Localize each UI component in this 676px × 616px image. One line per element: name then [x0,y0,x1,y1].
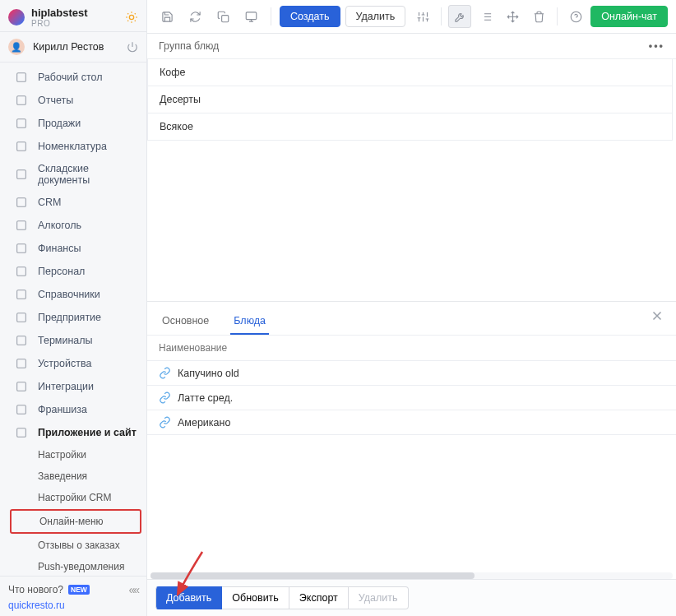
create-button[interactable]: Создать [280,6,340,27]
svg-point-0 [129,15,133,19]
move-icon[interactable] [501,5,524,28]
sidebar-footer: Что нового? NEW «« quickresto.ru [0,576,146,616]
detail-panel: Основное Блюда Наименование Капучино old… [147,301,676,616]
nav-item-3[interactable]: Номенклатура [0,135,146,158]
dish-list: Капучино oldЛатте сред.Американо [147,361,676,567]
whats-new-link[interactable]: Что нового? NEW «« [8,583,138,596]
horizontal-scrollbar[interactable] [150,572,673,579]
network-icon [15,403,28,416]
groups-header: Группа блюд ••• [147,34,676,59]
svg-rect-3 [17,119,26,128]
nav-item-10[interactable]: Предприятие [0,306,146,329]
groups-header-label: Группа блюд [159,40,219,52]
collapse-sidebar-icon[interactable]: «« [128,583,138,596]
monitor-icon[interactable] [239,5,262,28]
logo-icon [8,9,25,25]
nav-item-2[interactable]: Продажи [0,112,146,135]
link-icon [159,367,171,379]
link-icon [159,391,171,404]
help-icon[interactable] [564,5,587,28]
svg-rect-1 [17,73,26,82]
svg-rect-8 [17,244,26,253]
svg-rect-15 [17,405,26,415]
nav: Рабочий столОтчетыПродажиНоменклатураСкл… [0,63,146,576]
nav-item-8[interactable]: Персонал [0,260,146,283]
nav-item-9[interactable]: Справочники [0,283,146,306]
tab-dishes[interactable]: Блюда [230,310,269,335]
svg-rect-20 [246,12,257,19]
svg-rect-12 [17,336,26,345]
nav-item-7[interactable]: Финансы [0,237,146,260]
close-icon[interactable] [650,308,664,323]
svg-rect-5 [17,170,26,179]
cart-icon [15,117,28,130]
nav-item-0[interactable]: Рабочий стол [0,66,146,89]
list-icon[interactable] [475,5,498,28]
toolbar: Создать Удалить Онлайн-чат [147,0,676,34]
nav-item-11[interactable]: Терминалы [0,329,146,352]
svg-rect-19 [221,15,228,21]
svg-point-21 [571,12,581,22]
groups-section: Группа блюд ••• КофеДесертыВсякое [147,34,676,301]
person-icon [15,196,28,209]
brand-name: hiplabstest [31,7,88,19]
device-icon [15,357,28,370]
save-icon[interactable] [155,5,178,28]
svg-rect-2 [17,96,26,105]
nav-sub-3[interactable]: Онлайн-меню [10,509,141,534]
people-icon [15,265,28,278]
svg-rect-7 [17,221,26,230]
nav-item-6[interactable]: Алкоголь [0,214,146,237]
nav-item-15[interactable]: Приложение и сайт [0,421,146,444]
refresh-button[interactable]: Обновить [222,586,289,609]
calendar-icon [15,242,28,255]
add-button[interactable]: Добавить [155,586,222,609]
online-chat-button[interactable]: Онлайн-чат [590,6,668,27]
nav-sub-1[interactable]: Заведения [0,465,146,487]
nav-item-12[interactable]: Устройства [0,352,146,375]
nav-sub-2[interactable]: Настройки CRM [0,487,146,508]
detail-col-header: Наименование [147,336,676,361]
refresh-icon[interactable] [183,5,206,28]
nav-sub-5[interactable]: Push-уведомления [0,556,146,576]
new-badge: NEW [68,585,90,595]
delete-row-button[interactable]: Удалить [349,586,409,609]
nav-item-14[interactable]: Франшиза [0,398,146,421]
nav-item-4[interactable]: Складские документы [0,158,146,191]
sidebar: hiplabstest PRO 👤 Кирилл Рестов Рабочий … [0,0,147,616]
nav-sub-4[interactable]: Отзывы о заказах [0,535,146,556]
groups-more-icon[interactable]: ••• [649,40,664,52]
dish-row-0[interactable]: Капучино old [147,361,676,386]
dish-row-2[interactable]: Американо [147,410,676,435]
glass-icon [15,219,28,232]
settings-sliders-icon[interactable] [411,5,434,28]
terminal-icon [15,334,28,347]
power-icon[interactable] [127,41,138,53]
nav-item-13[interactable]: Интеграции [0,375,146,398]
nav-sub-0[interactable]: Настройки [0,444,146,465]
nav-item-1[interactable]: Отчеты [0,89,146,112]
copy-icon[interactable] [211,5,234,28]
trash-icon[interactable] [527,5,550,28]
nav-item-5[interactable]: CRM [0,191,146,214]
theme-toggle-icon[interactable] [125,11,138,24]
export-button[interactable]: Экспорт [289,586,349,609]
delete-button[interactable]: Удалить [345,6,406,27]
link-icon [15,380,28,393]
user-row[interactable]: 👤 Кирилл Рестов [0,31,146,63]
home-icon [15,71,28,84]
site-link[interactable]: quickresto.ru [8,600,138,611]
tag-icon [15,140,28,153]
group-row-1[interactable]: Десерты [147,86,673,113]
group-row-0[interactable]: Кофе [147,59,673,86]
dish-row-1[interactable]: Латте сред. [147,386,676,410]
app-icon [15,426,28,439]
brand-header: hiplabstest PRO [0,0,146,31]
link-icon [159,416,171,428]
detail-tabs: Основное Блюда [147,302,676,336]
group-row-2[interactable]: Всякое [147,113,673,141]
svg-rect-6 [17,198,26,207]
tools-icon[interactable] [448,5,471,28]
book-icon [15,288,28,301]
tab-main[interactable]: Основное [159,310,212,335]
